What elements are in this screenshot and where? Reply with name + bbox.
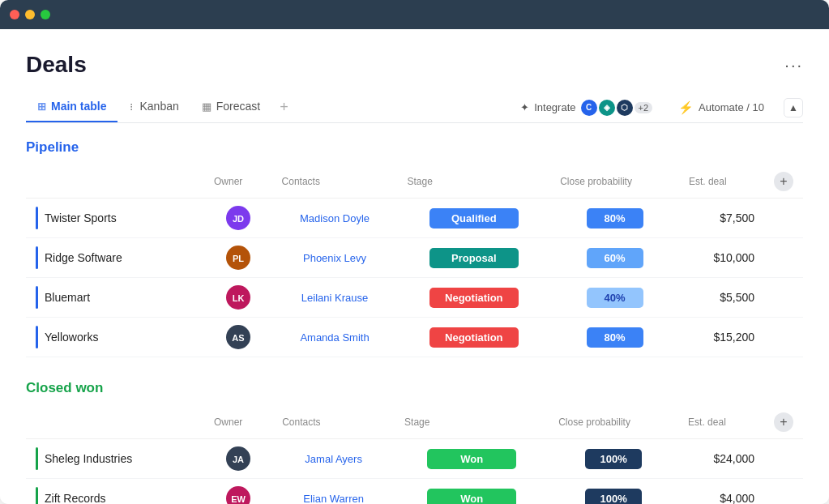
deal-name-cell: Yelloworks — [26, 318, 204, 357]
add-view-button[interactable]: + — [271, 92, 297, 122]
calendar-icon: ▦ — [202, 100, 212, 113]
svg-text:JA: JA — [233, 455, 244, 464]
contact-cell[interactable]: Amanda Smith — [272, 318, 398, 357]
stage-cell: Won — [395, 439, 549, 479]
stage-badge: Won — [427, 449, 516, 469]
table-row: Bluemart LK Leilani KrauseNegotiation40%… — [26, 278, 803, 318]
closed-won-table-header: Owner Contacts Stage Close probability E… — [26, 408, 803, 439]
integrate-button[interactable]: ✦ Integrate C ◈ ⬡ +2 — [514, 96, 659, 119]
probability-cell: 40% — [550, 278, 679, 318]
integration-icon-3: ⬡ — [617, 100, 633, 116]
contact-link[interactable]: Jamal Ayers — [305, 453, 362, 465]
owner-cell: JD — [204, 199, 272, 238]
closed-won-table: Owner Contacts Stage Close probability E… — [26, 408, 803, 504]
automate-icon: ⚡ — [678, 100, 694, 115]
svg-text:JD: JD — [233, 214, 244, 224]
avatar: PL — [214, 246, 263, 270]
automate-button[interactable]: ⚡ Automate / 10 — [672, 97, 771, 118]
est-deal-cell: $10,000 — [679, 238, 764, 278]
closed-won-section-title: Closed won — [26, 380, 103, 396]
more-options-button[interactable]: ··· — [784, 56, 803, 75]
pipeline-table: Owner Contacts Stage Close probability E… — [26, 167, 803, 357]
tabs-bar: ⊞ Main table ⫶ Kanban ▦ Forecast + ✦ Int… — [26, 92, 803, 123]
collapse-button[interactable]: ▲ — [784, 98, 803, 117]
pipeline-add-column-button[interactable]: + — [774, 172, 793, 191]
est-deal-cell: $15,200 — [679, 318, 764, 357]
titlebar — [0, 0, 829, 29]
stage-badge: Proposal — [429, 248, 519, 268]
tab-forecast[interactable]: ▦ Forecast — [190, 93, 271, 122]
table-row: Twister Sports JD Madison DoyleQualified… — [26, 199, 803, 238]
owner-cell: LK — [204, 278, 272, 318]
deal-bar — [36, 286, 38, 309]
contact-link[interactable]: Phoenix Levy — [303, 252, 366, 264]
deal-name-cell: Bluemart — [26, 278, 204, 318]
deal-bar — [36, 207, 38, 229]
th-close-prob: Close probability — [550, 167, 679, 199]
contact-cell[interactable]: Jamal Ayers — [272, 439, 395, 479]
probability-badge: 100% — [585, 449, 642, 469]
page-title: Deals — [26, 52, 87, 78]
svg-text:AS: AS — [232, 333, 244, 343]
deal-name-cell: Zift Records — [26, 479, 204, 505]
deal-bar — [36, 326, 38, 348]
avatar: EW — [214, 486, 263, 504]
row-add-cell — [764, 439, 803, 479]
main-content: Deals ··· ⊞ Main table ⫶ Kanban ▦ Foreca… — [0, 29, 829, 504]
tabs-right-actions: ✦ Integrate C ◈ ⬡ +2 ⚡ Automate / 10 ▲ — [514, 96, 803, 119]
pipeline-section: Pipeline Owner Contacts Stage Close prob… — [26, 139, 803, 357]
integrate-badge: +2 — [635, 102, 653, 113]
owner-cell: JA — [204, 439, 272, 479]
table-row: Zift Records EW Elian WarrenWon100%$4,00… — [26, 479, 803, 505]
contact-link[interactable]: Leilani Krause — [301, 292, 368, 304]
cw-th-owner: Owner — [204, 408, 272, 439]
deal-name-cell: Sheleg Industries — [26, 439, 204, 479]
closed-won-header-row: Closed won — [26, 380, 803, 404]
cw-th-deal-name — [26, 408, 204, 439]
contact-cell[interactable]: Phoenix Levy — [272, 238, 398, 278]
maximize-dot[interactable] — [41, 10, 50, 19]
tab-forecast-label: Forecast — [216, 100, 260, 113]
closed-won-table-body: Sheleg Industries JA Jamal AyersWon100%$… — [26, 439, 803, 505]
window-controls — [10, 10, 50, 19]
close-dot[interactable] — [10, 10, 19, 19]
contact-link[interactable]: Elian Warren — [303, 493, 364, 504]
contact-cell[interactable]: Leilani Krause — [272, 278, 398, 318]
tab-main-table[interactable]: ⊞ Main table — [26, 93, 118, 122]
avatar: LK — [214, 285, 263, 310]
deal-name: Ridge Software — [45, 251, 122, 264]
pipeline-table-header: Owner Contacts Stage Close probability E… — [26, 167, 803, 199]
tab-main-table-label: Main table — [51, 100, 106, 113]
probability-badge: 40% — [587, 288, 643, 308]
est-deal-cell: $4,000 — [678, 479, 764, 505]
stage-cell: Negotiation — [397, 318, 550, 357]
deal-bar — [36, 246, 38, 269]
pipeline-header-row: Pipeline — [26, 139, 803, 164]
th-owner: Owner — [204, 167, 272, 199]
contact-cell[interactable]: Elian Warren — [272, 479, 395, 505]
app-window: Deals ··· ⊞ Main table ⫶ Kanban ▦ Foreca… — [0, 0, 829, 504]
contact-cell[interactable]: Madison Doyle — [272, 199, 398, 238]
minimize-dot[interactable] — [25, 10, 35, 19]
probability-badge: 100% — [585, 489, 642, 505]
probability-cell: 100% — [549, 479, 678, 505]
probability-badge: 80% — [587, 208, 643, 229]
stage-badge: Negotiation — [429, 327, 519, 348]
closed-won-add-column-button[interactable]: + — [774, 412, 793, 432]
avatar: JD — [214, 206, 263, 230]
contact-link[interactable]: Madison Doyle — [300, 212, 370, 224]
contact-link[interactable]: Amanda Smith — [300, 331, 369, 344]
stage-badge: Qualified — [429, 208, 519, 229]
owner-cell: PL — [204, 238, 272, 278]
chevron-up-icon: ▲ — [788, 102, 798, 113]
th-contacts: Contacts — [272, 167, 398, 199]
probability-cell: 80% — [550, 318, 679, 357]
probability-cell: 80% — [550, 199, 679, 238]
probability-cell: 60% — [550, 238, 679, 278]
tab-kanban[interactable]: ⫶ Kanban — [118, 93, 190, 122]
deal-name-cell: Twister Sports — [26, 199, 204, 238]
cw-th-add: + — [764, 408, 803, 439]
deal-name-cell: Ridge Software — [26, 238, 204, 278]
pipeline-table-body: Twister Sports JD Madison DoyleQualified… — [26, 199, 803, 357]
table-icon: ⊞ — [37, 100, 46, 113]
